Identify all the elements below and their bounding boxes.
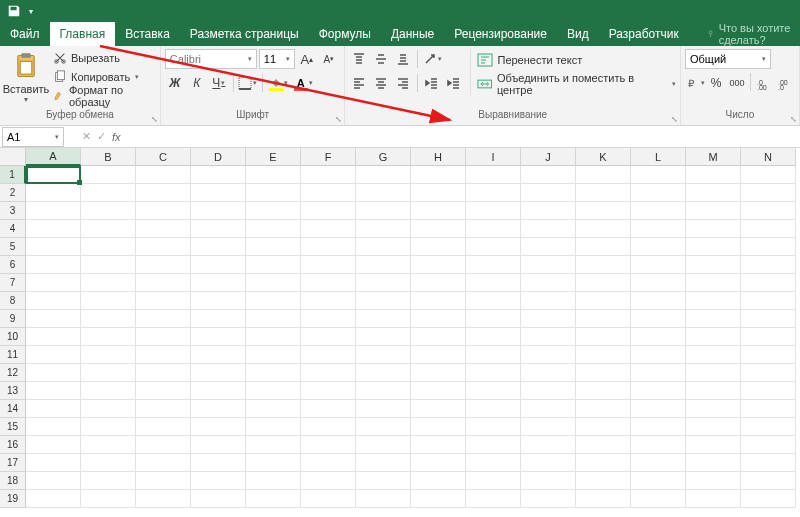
cell[interactable] <box>356 436 411 454</box>
cell[interactable] <box>466 292 521 310</box>
align-top-button[interactable] <box>349 49 369 69</box>
cell[interactable] <box>411 220 466 238</box>
increase-font-button[interactable]: A▴ <box>297 49 317 69</box>
cell[interactable] <box>686 400 741 418</box>
insert-function-button[interactable]: fx <box>112 131 121 143</box>
column-header[interactable]: G <box>356 148 411 166</box>
cell[interactable] <box>246 472 301 490</box>
decrease-font-button[interactable]: A▾ <box>319 49 339 69</box>
cell[interactable] <box>631 310 686 328</box>
cell[interactable] <box>356 184 411 202</box>
cell[interactable] <box>466 238 521 256</box>
cell[interactable] <box>686 184 741 202</box>
cell[interactable] <box>136 220 191 238</box>
cell[interactable] <box>686 364 741 382</box>
cell[interactable] <box>411 490 466 508</box>
cell[interactable] <box>246 238 301 256</box>
cell[interactable] <box>136 310 191 328</box>
name-box[interactable]: A1▾ <box>2 127 64 147</box>
cell[interactable] <box>686 436 741 454</box>
cell[interactable] <box>301 400 356 418</box>
underline-button[interactable]: Ч▾ <box>209 73 229 93</box>
cell[interactable] <box>411 454 466 472</box>
cell[interactable] <box>686 490 741 508</box>
cell[interactable] <box>356 418 411 436</box>
cell[interactable] <box>191 256 246 274</box>
cell[interactable] <box>411 202 466 220</box>
cell[interactable] <box>741 472 796 490</box>
column-header[interactable]: D <box>191 148 246 166</box>
cell[interactable] <box>411 256 466 274</box>
cell[interactable] <box>136 184 191 202</box>
cell[interactable] <box>631 202 686 220</box>
cell[interactable] <box>576 436 631 454</box>
tab-formulas[interactable]: Формулы <box>309 22 381 46</box>
cell[interactable] <box>81 418 136 436</box>
cell[interactable] <box>576 364 631 382</box>
wrap-text-button[interactable]: Перенести текст <box>477 49 676 71</box>
row-header[interactable]: 13 <box>0 382 26 400</box>
cell[interactable] <box>631 382 686 400</box>
row-header[interactable]: 16 <box>0 436 26 454</box>
cell[interactable] <box>631 184 686 202</box>
cell[interactable] <box>26 256 81 274</box>
number-format-combo[interactable]: Общий▾ <box>685 49 771 69</box>
cell[interactable] <box>26 220 81 238</box>
cell[interactable] <box>521 400 576 418</box>
cell[interactable] <box>81 328 136 346</box>
cell[interactable] <box>631 220 686 238</box>
cell[interactable] <box>246 400 301 418</box>
cell[interactable] <box>246 202 301 220</box>
cell[interactable] <box>136 238 191 256</box>
tab-view[interactable]: Вид <box>557 22 599 46</box>
increase-indent-button[interactable] <box>444 73 464 93</box>
cell[interactable] <box>521 436 576 454</box>
cell[interactable] <box>26 454 81 472</box>
cell[interactable] <box>81 382 136 400</box>
row-header[interactable]: 6 <box>0 256 26 274</box>
column-header[interactable]: L <box>631 148 686 166</box>
copy-dropdown-icon[interactable]: ▾ <box>135 73 139 81</box>
qat-dropdown-icon[interactable]: ▾ <box>24 2 38 20</box>
cell[interactable] <box>136 292 191 310</box>
cell[interactable] <box>356 256 411 274</box>
cell[interactable] <box>246 328 301 346</box>
tab-file[interactable]: Файл <box>0 22 50 46</box>
bold-button[interactable]: Ж <box>165 73 185 93</box>
cell[interactable] <box>411 310 466 328</box>
font-color-button[interactable]: A▾ <box>292 73 315 93</box>
cell[interactable] <box>26 490 81 508</box>
cell[interactable] <box>411 328 466 346</box>
cell[interactable] <box>26 202 81 220</box>
cell[interactable] <box>191 382 246 400</box>
cell[interactable] <box>246 292 301 310</box>
cell[interactable] <box>191 166 246 184</box>
cell[interactable] <box>466 490 521 508</box>
cell[interactable] <box>26 472 81 490</box>
cell[interactable] <box>301 472 356 490</box>
cell[interactable] <box>136 364 191 382</box>
save-icon[interactable] <box>4 2 24 20</box>
merge-dropdown-icon[interactable]: ▾ <box>672 80 676 88</box>
cell[interactable] <box>631 238 686 256</box>
row-header[interactable]: 11 <box>0 346 26 364</box>
orientation-button[interactable]: ▾ <box>422 49 442 69</box>
cell[interactable] <box>81 310 136 328</box>
cell[interactable] <box>81 202 136 220</box>
column-header[interactable]: N <box>741 148 796 166</box>
row-header[interactable]: 19 <box>0 490 26 508</box>
cell[interactable] <box>81 256 136 274</box>
column-header[interactable]: C <box>136 148 191 166</box>
cell[interactable] <box>521 238 576 256</box>
cell[interactable] <box>686 346 741 364</box>
column-header[interactable]: K <box>576 148 631 166</box>
cell[interactable] <box>301 184 356 202</box>
italic-button[interactable]: К <box>187 73 207 93</box>
cell[interactable] <box>356 238 411 256</box>
cell[interactable] <box>356 202 411 220</box>
align-center-button[interactable] <box>371 73 391 93</box>
cell[interactable] <box>356 346 411 364</box>
cell[interactable] <box>631 490 686 508</box>
cell[interactable] <box>191 418 246 436</box>
cell[interactable] <box>301 436 356 454</box>
